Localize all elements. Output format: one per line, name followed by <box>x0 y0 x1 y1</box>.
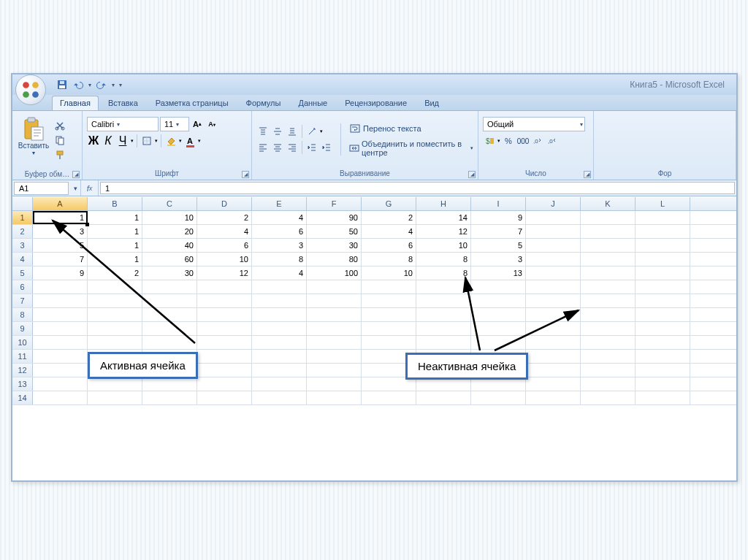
increase-indent-icon[interactable] <box>320 141 333 154</box>
cell[interactable] <box>526 266 581 280</box>
wrap-text-button[interactable]: Перенос текста <box>348 122 473 135</box>
cell[interactable] <box>33 280 88 294</box>
cell[interactable] <box>142 322 197 335</box>
row-header-5[interactable]: 5 <box>12 266 33 280</box>
cell[interactable] <box>581 391 636 404</box>
font-size-select[interactable]: 11▾ <box>160 117 189 131</box>
cell[interactable] <box>252 294 307 307</box>
cell[interactable]: 40 <box>142 239 197 252</box>
row-header-7[interactable]: 7 <box>12 294 33 307</box>
cell[interactable]: 1 <box>33 211 88 224</box>
cell[interactable] <box>142 294 197 307</box>
name-box[interactable]: A1 ▾ <box>12 180 81 196</box>
cell[interactable] <box>581 266 636 280</box>
col-header-B[interactable]: B <box>88 197 142 210</box>
cell[interactable] <box>636 377 690 391</box>
select-all-corner[interactable] <box>12 197 33 210</box>
row-header-4[interactable]: 4 <box>12 253 33 266</box>
tab-вид[interactable]: Вид <box>416 96 447 110</box>
cell[interactable] <box>88 391 142 404</box>
cell[interactable]: 8 <box>416 266 471 280</box>
align-left-icon[interactable] <box>256 141 270 154</box>
alignment-dialog-icon[interactable]: ◢ <box>468 171 476 178</box>
cell[interactable] <box>197 377 252 391</box>
cell[interactable] <box>142 377 197 391</box>
cell[interactable] <box>581 280 636 294</box>
office-button[interactable] <box>15 74 46 105</box>
cell[interactable]: 100 <box>307 266 362 280</box>
col-header-F[interactable]: F <box>307 197 362 210</box>
cell[interactable] <box>142 336 197 349</box>
cell[interactable] <box>471 308 526 321</box>
cell[interactable] <box>526 211 581 224</box>
cell[interactable] <box>636 239 690 252</box>
number-format-select[interactable]: Общий▾ <box>483 117 585 131</box>
cell[interactable]: 3 <box>252 239 307 252</box>
cell[interactable]: 2 <box>88 266 142 280</box>
increase-decimal-icon[interactable]: ,0 <box>531 134 544 147</box>
cell[interactable] <box>526 280 581 294</box>
merge-center-button[interactable]: Объединить и поместить в центре▾ <box>348 139 473 157</box>
cell[interactable]: 4 <box>197 225 252 238</box>
cell[interactable] <box>142 308 197 321</box>
col-header-A[interactable]: A <box>33 197 88 210</box>
cell[interactable] <box>471 336 526 349</box>
cell[interactable] <box>88 294 142 307</box>
cell[interactable]: 13 <box>471 266 526 280</box>
cell[interactable] <box>636 336 690 349</box>
cell[interactable] <box>636 391 690 404</box>
orientation-icon[interactable] <box>305 125 318 138</box>
cell[interactable] <box>471 322 526 335</box>
cell[interactable]: 9 <box>33 266 88 280</box>
formula-input[interactable]: 1 <box>100 182 735 194</box>
cell[interactable] <box>581 239 636 252</box>
tab-формулы[interactable]: Формулы <box>238 96 289 110</box>
cell[interactable] <box>526 225 581 238</box>
cell[interactable] <box>307 350 362 363</box>
cell[interactable] <box>636 308 690 321</box>
cell[interactable]: 10 <box>197 253 252 266</box>
cell[interactable] <box>33 322 88 335</box>
row-header-12[interactable]: 12 <box>12 364 33 377</box>
cell[interactable]: 1 <box>88 239 142 252</box>
cell[interactable] <box>362 322 416 335</box>
decrease-decimal-icon[interactable]: ,0 <box>546 134 559 147</box>
paste-button[interactable]: Вставить ▾ <box>17 114 50 166</box>
cell[interactable] <box>252 280 307 294</box>
col-header-H[interactable]: H <box>416 197 471 210</box>
cell[interactable]: 4 <box>362 225 416 238</box>
cell[interactable] <box>142 280 197 294</box>
cell[interactable] <box>416 336 471 349</box>
cell[interactable] <box>33 308 88 321</box>
cell[interactable] <box>88 377 142 391</box>
cell[interactable] <box>581 308 636 321</box>
cell[interactable] <box>471 294 526 307</box>
cell[interactable]: 80 <box>307 253 362 266</box>
cell[interactable]: 8 <box>416 253 471 266</box>
cell[interactable]: 60 <box>142 253 197 266</box>
undo-icon[interactable] <box>72 79 84 91</box>
cell[interactable]: 9 <box>471 211 526 224</box>
row-header-14[interactable]: 14 <box>12 391 33 404</box>
cell[interactable] <box>636 322 690 335</box>
cell[interactable] <box>88 322 142 335</box>
cell[interactable] <box>526 308 581 321</box>
tab-вставка[interactable]: Вставка <box>100 96 146 110</box>
cell[interactable] <box>526 322 581 335</box>
cell[interactable] <box>88 280 142 294</box>
cell[interactable] <box>526 239 581 252</box>
cell[interactable] <box>33 336 88 349</box>
clipboard-dialog-icon[interactable]: ◢ <box>72 171 80 178</box>
row-header-1[interactable]: 1 <box>12 211 33 224</box>
cell[interactable] <box>33 391 88 404</box>
tab-рецензирование[interactable]: Рецензирование <box>337 96 415 110</box>
redo-icon[interactable] <box>96 79 107 91</box>
col-header-J[interactable]: J <box>526 197 581 210</box>
row-header-11[interactable]: 11 <box>12 350 33 363</box>
cell[interactable] <box>471 391 526 404</box>
cell[interactable]: 14 <box>416 211 471 224</box>
cell[interactable] <box>526 336 581 349</box>
row-header-10[interactable]: 10 <box>12 336 33 349</box>
cell[interactable] <box>581 253 636 266</box>
tab-главная[interactable]: Главная <box>52 96 99 110</box>
